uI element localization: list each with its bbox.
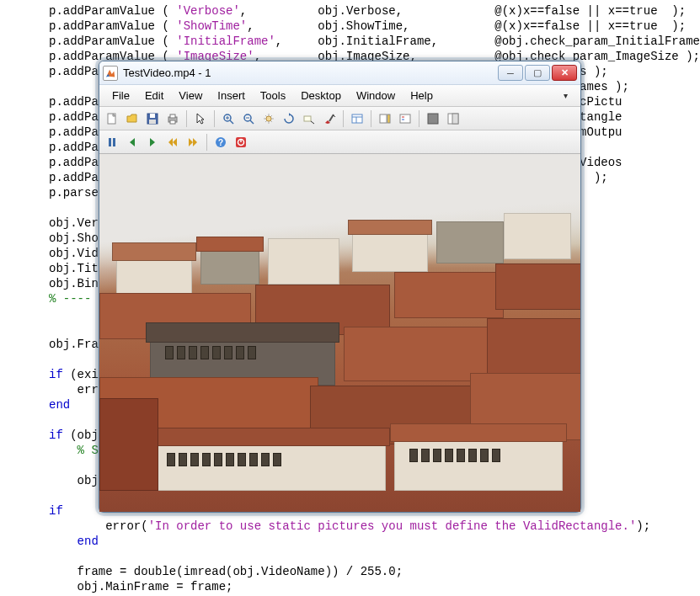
svg-rect-15 [304, 116, 311, 121]
toolbar-playback: ? [99, 130, 580, 154]
menu-edit[interactable]: Edit [137, 88, 171, 104]
menu-insert[interactable]: Insert [210, 88, 253, 104]
svg-line-12 [250, 120, 254, 124]
pan-icon[interactable] [259, 109, 278, 128]
hide-plot-icon[interactable] [424, 109, 442, 128]
menu-view[interactable]: View [171, 88, 210, 104]
svg-rect-22 [387, 114, 390, 123]
svg-text:?: ? [218, 138, 223, 147]
svg-rect-18 [352, 114, 362, 123]
svg-rect-29 [109, 138, 111, 146]
collapse-icon[interactable]: ▾ [556, 89, 575, 102]
legend-icon[interactable] [396, 109, 414, 128]
maximize-button[interactable]: ▢ [525, 65, 550, 81]
stop-icon[interactable] [232, 133, 250, 152]
pause-icon[interactable] [103, 133, 121, 152]
figure-window: TestVideo.mp4 - 1 ─ ▢ ✕ File Edit View I… [99, 61, 581, 513]
menubar: File Edit View Insert Tools Desktop Wind… [99, 85, 580, 107]
matlab-icon [103, 66, 118, 81]
zoom-in-icon[interactable] [219, 109, 238, 128]
svg-rect-5 [170, 114, 175, 118]
show-plot-icon[interactable] [444, 109, 462, 128]
svg-rect-6 [170, 120, 175, 124]
pointer-icon[interactable] [191, 109, 210, 128]
svg-rect-2 [150, 114, 155, 118]
step-back-icon[interactable] [123, 133, 142, 152]
menu-help[interactable]: Help [403, 88, 441, 104]
close-button[interactable]: ✕ [552, 65, 577, 81]
colorbar-icon[interactable] [376, 109, 394, 128]
rotate-icon[interactable] [280, 109, 298, 128]
svg-rect-23 [400, 114, 410, 123]
rewind-icon[interactable] [163, 133, 182, 152]
datacursor-icon[interactable] [300, 109, 318, 128]
toolbar-main [99, 107, 580, 130]
window-title: TestVideo.mp4 - 1 [123, 67, 498, 79]
save-icon[interactable] [143, 109, 162, 128]
print-icon[interactable] [163, 109, 182, 128]
svg-rect-28 [452, 114, 458, 124]
help-icon[interactable]: ? [211, 133, 230, 152]
svg-rect-26 [428, 114, 438, 124]
brush-icon[interactable] [320, 109, 339, 128]
titlebar[interactable]: TestVideo.mp4 - 1 ─ ▢ ✕ [99, 61, 580, 85]
menu-window[interactable]: Window [349, 88, 403, 104]
svg-line-8 [230, 120, 233, 124]
menu-file[interactable]: File [104, 88, 137, 104]
play-icon[interactable] [143, 133, 162, 152]
fastforward-icon[interactable] [184, 133, 202, 152]
svg-line-16 [311, 121, 314, 124]
svg-point-14 [266, 116, 271, 121]
link-icon[interactable] [348, 109, 366, 128]
zoom-out-icon[interactable] [239, 109, 258, 128]
new-icon[interactable] [103, 109, 121, 128]
svg-rect-30 [113, 138, 115, 146]
svg-line-17 [329, 114, 334, 121]
svg-rect-21 [380, 114, 387, 123]
menu-tools[interactable]: Tools [253, 88, 293, 104]
figure-canvas[interactable] [99, 154, 580, 512]
menu-desktop[interactable]: Desktop [293, 88, 349, 104]
minimize-button[interactable]: ─ [498, 65, 523, 81]
video-frame-image [99, 154, 580, 512]
svg-rect-3 [149, 120, 156, 124]
open-icon[interactable] [123, 109, 142, 128]
